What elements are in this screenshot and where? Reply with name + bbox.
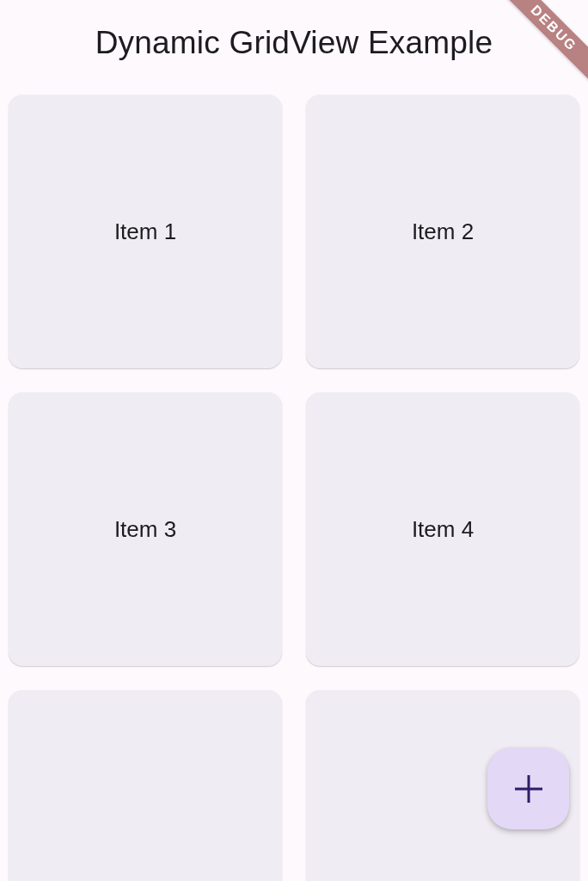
- appbar: Dynamic GridView Example: [0, 0, 588, 86]
- grid-item-label: Item 3: [114, 516, 176, 543]
- page-title: Dynamic GridView Example: [95, 25, 493, 61]
- grid-item-label: Item 4: [412, 516, 474, 543]
- grid-item[interactable]: [9, 690, 282, 881]
- add-button[interactable]: [487, 748, 569, 829]
- grid-item-label: Item 1: [114, 219, 176, 245]
- grid-item[interactable]: Item 2: [306, 95, 579, 368]
- grid-item[interactable]: Item 4: [306, 392, 579, 666]
- grid-item-label: Item 2: [412, 219, 474, 245]
- grid-item[interactable]: Item 1: [9, 95, 282, 368]
- plus-icon: [511, 772, 546, 806]
- grid-item[interactable]: Item 3: [9, 392, 282, 666]
